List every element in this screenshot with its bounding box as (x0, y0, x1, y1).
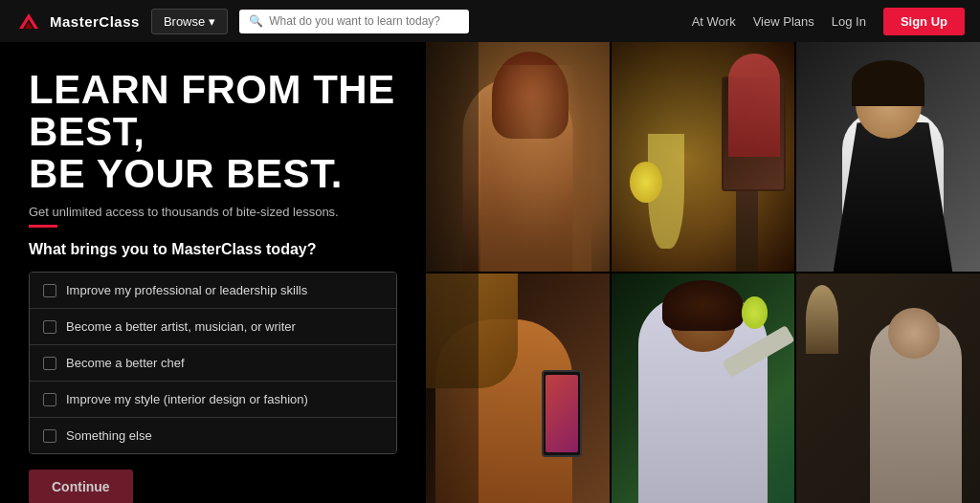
person-in-bg (728, 54, 780, 157)
left-panel: LEARN FROM THE BEST, BE YOUR BEST. Get u… (0, 42, 426, 503)
sleeve-shape (426, 273, 518, 388)
image-cell-4 (426, 273, 610, 503)
face-circle (500, 60, 564, 129)
lemon-shape (630, 162, 663, 203)
masterclass-logo-icon (15, 11, 42, 31)
hero-title: LEARN FROM THE BEST, BE YOUR BEST. (29, 69, 397, 195)
logo[interactable]: MasterClass (15, 11, 140, 31)
browse-label: Browse (164, 14, 205, 29)
image-cell-3 (796, 42, 980, 272)
list-item[interactable]: Something else (30, 418, 396, 453)
checkbox-list: Improve my professional or leadership sk… (29, 272, 397, 454)
image-grid (426, 42, 980, 503)
hair-curly (662, 280, 743, 331)
tennis-ball (742, 296, 768, 329)
navbar: MasterClass Browse ▾ 🔍 At Work View Plan… (0, 0, 980, 42)
image-cell-1 (426, 42, 610, 272)
right-image-panel (426, 42, 980, 503)
checkbox-label-5: Something else (66, 428, 152, 443)
checkbox-label-1: Improve my professional or leadership sk… (66, 283, 307, 297)
image-cell-5 (612, 273, 795, 503)
hero-subtitle: Get unlimited access to thousands of bit… (29, 205, 397, 219)
list-item[interactable]: Improve my professional or leadership sk… (30, 273, 396, 309)
list-item[interactable]: Become a better chef (30, 345, 396, 382)
login-link[interactable]: Log In (832, 14, 866, 29)
checkbox-2[interactable] (43, 320, 56, 334)
search-bar[interactable]: 🔍 (239, 10, 469, 33)
main-content: LEARN FROM THE BEST, BE YOUR BEST. Get u… (0, 42, 980, 503)
search-icon: 🔍 (249, 14, 263, 29)
checkbox-label-2: Become a better artist, musician, or wri… (66, 319, 296, 334)
image-cell-6 (796, 273, 980, 503)
checkbox-1[interactable] (43, 284, 56, 297)
browse-button[interactable]: Browse ▾ (151, 9, 228, 34)
search-input[interactable] (269, 14, 459, 28)
signup-button[interactable]: Sign Up (883, 8, 965, 35)
hero-title-line1: LEARN FROM THE BEST, (29, 67, 395, 154)
image-cell-2 (612, 42, 795, 272)
at-work-link[interactable]: At Work (692, 14, 736, 29)
list-item[interactable]: Become a better artist, musician, or wri… (30, 309, 396, 345)
woman-figure (462, 77, 572, 272)
logo-text: MasterClass (50, 13, 140, 30)
red-divider (29, 225, 57, 228)
head-right (888, 308, 940, 359)
checkbox-5[interactable] (43, 429, 56, 443)
hair-shape (492, 52, 568, 139)
hair-dark (852, 60, 925, 106)
checkbox-label-3: Become a better chef (66, 356, 185, 370)
list-item[interactable]: Improve my style (interior design or fas… (30, 382, 396, 418)
phone-screen (546, 375, 578, 453)
checkbox-3[interactable] (43, 357, 56, 370)
continue-button[interactable]: Continue (29, 470, 133, 503)
view-plans-link[interactable]: View Plans (753, 14, 814, 29)
lamp-shape (806, 285, 839, 354)
nav-right-links: At Work View Plans Log In Sign Up (692, 8, 965, 35)
hero-title-line2: BE YOUR BEST. (29, 151, 343, 196)
checkbox-label-4: Improve my style (interior design or fas… (66, 392, 308, 406)
chevron-down-icon: ▾ (209, 14, 215, 29)
checkbox-4[interactable] (43, 393, 56, 406)
question-text: What brings you to MasterClass today? (29, 241, 397, 258)
